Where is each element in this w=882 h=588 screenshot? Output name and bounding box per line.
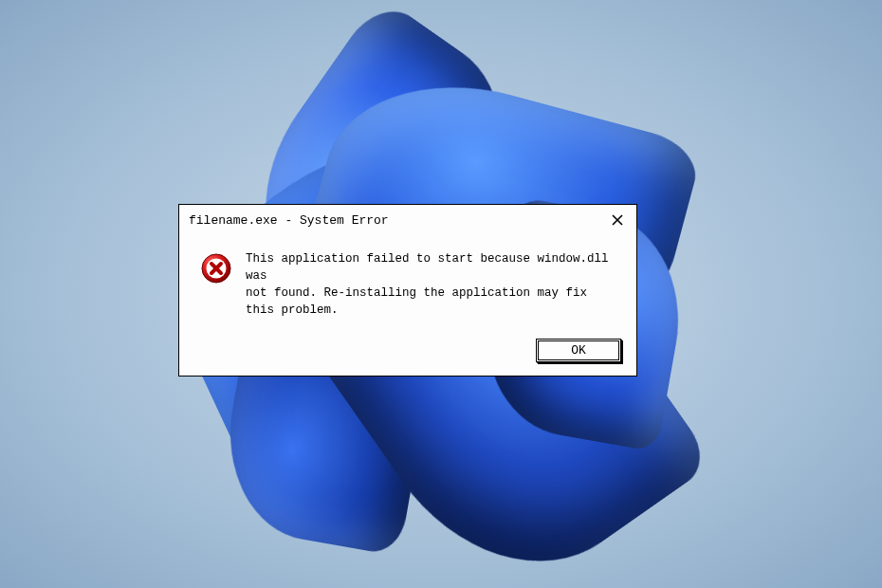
- dialog-button-row: OK: [179, 333, 636, 376]
- dialog-body: This application failed to start because…: [179, 233, 636, 333]
- dialog-titlebar: filename.exe - System Error: [179, 205, 636, 233]
- close-icon: [611, 213, 624, 227]
- ok-button[interactable]: OK: [536, 339, 621, 362]
- error-message: This application failed to start because…: [246, 250, 616, 320]
- error-dialog: filename.exe - System Error: [178, 204, 637, 377]
- close-button[interactable]: [608, 211, 627, 230]
- error-icon: [200, 252, 232, 285]
- dialog-title: filename.exe - System Error: [189, 213, 389, 228]
